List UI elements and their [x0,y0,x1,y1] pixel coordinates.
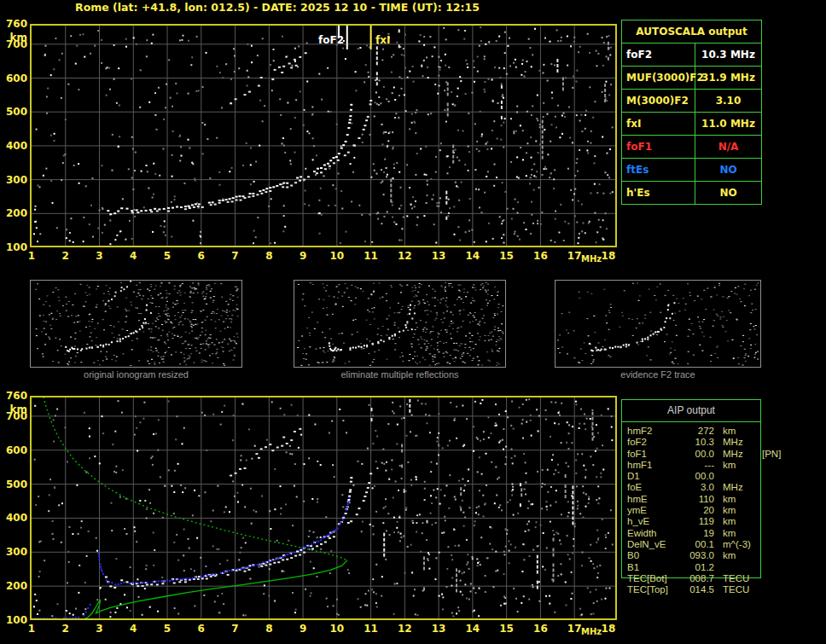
x-tick-label: 4 [125,623,142,635]
aip-row-l: hmF2 [627,426,678,437]
fof2-marker-label: foF2 [315,34,344,46]
aip-row-u: km [723,494,757,505]
caption-original-ionogram: original ionogram resized [30,369,242,380]
x-tick-label: 14 [464,250,481,262]
aip-row-v: 3.0 [678,482,714,493]
x-tick-label: 12 [396,250,413,262]
y-tick-label: 500 [2,106,27,118]
x-tick-label: 8 [260,250,277,262]
aip-rows: hmF2272kmfoF210.3MHzfoF100.0MHz[PN]hmF1-… [627,426,759,595]
y-tick-label: 400 [2,512,27,524]
thumbnail-original-ionogram [30,280,242,368]
aip-row: TEC[Bot]008.7TECU [627,573,759,584]
x-tick-label: 10 [329,623,346,635]
autoscala-row-label: ftEs [622,159,695,181]
y-tick-label: 300 [2,546,27,558]
autoscala-row: foF210.3 MHz [622,44,761,67]
aip-row: D100.0 [627,471,759,482]
x-axis-unit-label: MHz [581,627,602,636]
aip-row-l: TEC[Top] [627,584,678,595]
aip-row-l: B0 [627,550,678,561]
aip-row-u [723,562,757,573]
x-tick-label: 10 [329,250,346,262]
x-tick-label: 9 [294,623,311,635]
aip-row: B0093.0km [627,550,759,561]
autoscala-row-value: NO [695,159,761,181]
aip-row-l: ymE [627,505,678,516]
aip-row: hmF1---km [627,460,759,471]
thumbnail-f2-trace [555,280,761,368]
autoscala-table: AUTOSCALA output foF210.3 MHzMUF(3000)F2… [621,20,762,205]
x-tick-label: 8 [260,623,277,635]
aip-row-v: 20 [678,505,714,516]
aip-row-l: DelN_vE [627,539,678,550]
x-tick-label: 6 [193,250,210,262]
aip-row-v: 014.5 [678,584,714,595]
autoscala-row-label: h'Es [622,182,695,204]
aip-row: h_vE119km [627,516,759,527]
aip-row-v: 19 [678,528,714,539]
autoscala-row-value: NO [695,182,761,204]
x-tick-label: 11 [363,250,380,262]
x-tick-label: 3 [91,623,108,635]
caption-evidence-f2-trace: evidence F2 trace [555,369,761,380]
aip-row: hmE110km [627,494,759,505]
aip-row-l: hmF1 [627,460,678,471]
thumbnail-reflections-removed [294,280,506,368]
fxi-marker-label: fxI [375,34,401,46]
station-title: Rome (lat: +41.8, lon: 012.5) - DATE: 20… [75,1,480,14]
autoscala-row-label: MUF(3000)F2 [622,67,695,89]
autoscala-row: h'EsNO [622,182,761,204]
autoscala-row-value: 31.9 MHz [695,67,761,89]
x-axis-unit-label: MHz [581,254,602,264]
aip-row-u: km [723,550,757,561]
x-tick-label: 2 [57,623,74,635]
aip-row-v: 01.2 [678,562,714,573]
aip-row-v: 00.0 [678,471,714,482]
autoscala-row-value: 3.10 [695,90,761,112]
autoscala-row-value: N/A [695,136,761,158]
aip-row-u: TECU [723,584,757,595]
autoscala-row-label: M(3000)F2 [622,90,695,112]
aip-row-l: Ewidth [627,528,678,539]
aip-row-u [723,471,757,482]
x-tick-label: 4 [125,250,142,262]
aip-row-v: 00.1 [678,539,714,550]
x-tick-label: 2 [57,250,74,262]
aip-row-u: m^(-3) [723,539,757,550]
x-tick-label: 5 [159,250,176,262]
y-axis-unit-label: km [2,403,27,415]
x-tick-label: 7 [227,623,244,635]
aip-row-l: foF1 [627,449,678,460]
y-tick-label: 200 [2,580,27,592]
aip-row: DelN_vE00.1m^(-3) [627,539,759,550]
top-ionogram-plot [30,24,617,247]
x-tick-label: 9 [294,250,311,262]
autoscala-row-value: 10.3 MHz [695,44,761,66]
aip-row-l: hmE [627,494,678,505]
x-tick-label: 15 [498,623,515,635]
x-tick-label: 6 [193,623,210,635]
x-tick-label: 3 [91,250,108,262]
thumbnail-f2-canvas [556,281,760,367]
y-tick-label: 300 [2,174,27,186]
aip-row-u: km [723,528,757,539]
aip-row-l: D1 [627,471,678,482]
caption-eliminate-reflections: eliminate multiple reflections [294,369,506,380]
x-tick-label: 16 [532,623,549,635]
x-tick-label: 11 [363,623,380,635]
y-axis-unit-label: km [2,32,27,44]
aip-row-v: --- [678,460,714,471]
y-tick-label: 400 [2,140,27,152]
aip-row: hmF2272km [627,426,759,437]
autoscala-title: AUTOSCALA output [622,20,761,44]
x-tick-label: 14 [464,623,481,635]
aip-row-v: 272 [678,426,714,437]
aip-row-u: MHz [723,482,757,493]
aip-row-u: km [723,505,757,516]
thumbnail-reflections-canvas [294,281,505,367]
aip-row-u: TECU [723,573,757,584]
x-tick-label: 18 [600,250,617,262]
autoscala-row: foF1N/A [622,136,761,159]
aip-row: foF100.0MHz[PN] [627,449,759,460]
